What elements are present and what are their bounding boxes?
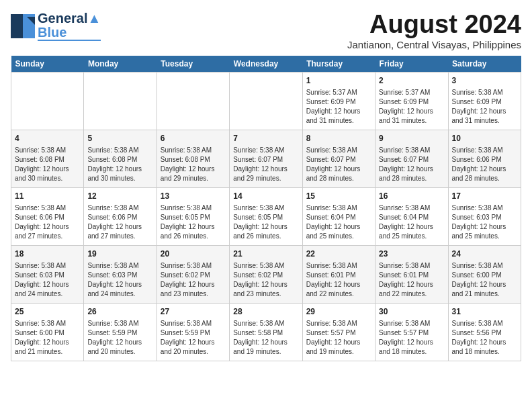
calendar-week-1: 1Sunrise: 5:37 AMSunset: 6:09 PMDaylight… xyxy=(11,72,521,130)
day-info-line: Sunset: 6:01 PM xyxy=(379,271,444,280)
calendar-cell xyxy=(11,72,84,130)
day-info-line: Daylight: 12 hours xyxy=(452,222,517,232)
day-info-line: Sunrise: 5:38 AM xyxy=(161,319,226,328)
day-info-line: Sunrise: 5:38 AM xyxy=(452,319,517,328)
day-number: 22 xyxy=(306,248,371,260)
day-info-line: and 20 minutes. xyxy=(87,347,152,357)
header-tuesday: Tuesday xyxy=(157,56,229,73)
day-number: 6 xyxy=(161,133,226,144)
calendar-cell: 30Sunrise: 5:38 AMSunset: 5:57 PMDayligh… xyxy=(375,303,448,361)
calendar-cell: 24Sunrise: 5:38 AMSunset: 6:00 PMDayligh… xyxy=(448,245,521,303)
logo-underline xyxy=(38,40,101,41)
day-info-line: Sunrise: 5:38 AM xyxy=(87,146,152,155)
day-number: 13 xyxy=(161,191,226,202)
day-info-line: Sunset: 5:57 PM xyxy=(379,328,444,338)
day-info-line: Daylight: 12 hours xyxy=(452,280,517,289)
day-info-line: Sunset: 6:06 PM xyxy=(87,213,152,222)
day-number: 3 xyxy=(452,75,517,87)
day-info-line: Daylight: 12 hours xyxy=(161,165,226,174)
day-info-line: Daylight: 12 hours xyxy=(161,280,226,289)
day-number: 10 xyxy=(452,133,517,144)
svg-rect-0 xyxy=(11,14,23,38)
day-info-line: and 27 minutes. xyxy=(15,232,80,241)
day-info-line: and 30 minutes. xyxy=(87,174,152,183)
day-info-line: Daylight: 12 hours xyxy=(233,165,298,174)
title-block: August 2024 Jantianon, Central Visayas, … xyxy=(347,11,521,50)
day-info-line: Sunrise: 5:38 AM xyxy=(161,261,226,271)
day-info-line: Sunset: 6:07 PM xyxy=(233,155,298,165)
day-number: 2 xyxy=(379,75,444,87)
day-info-line: and 18 minutes. xyxy=(379,347,444,357)
day-info-line: Daylight: 12 hours xyxy=(379,222,444,232)
day-info-line: Daylight: 12 hours xyxy=(15,338,80,347)
day-number: 7 xyxy=(233,133,298,144)
day-info-line: Daylight: 12 hours xyxy=(306,165,371,174)
calendar-cell: 2Sunrise: 5:37 AMSunset: 6:09 PMDaylight… xyxy=(375,72,448,130)
day-info-line: Sunset: 6:00 PM xyxy=(452,271,517,280)
calendar-cell: 16Sunrise: 5:38 AMSunset: 6:04 PMDayligh… xyxy=(375,187,448,245)
calendar-cell xyxy=(157,72,229,130)
day-info-line: and 23 minutes. xyxy=(233,289,298,299)
calendar-cell: 14Sunrise: 5:38 AMSunset: 6:05 PMDayligh… xyxy=(230,187,302,245)
day-info-line: Sunset: 5:59 PM xyxy=(161,328,226,338)
day-info-line: Sunrise: 5:38 AM xyxy=(306,261,371,271)
calendar-cell: 17Sunrise: 5:38 AMSunset: 6:03 PMDayligh… xyxy=(448,187,521,245)
calendar-week-5: 25Sunrise: 5:38 AMSunset: 6:00 PMDayligh… xyxy=(11,303,521,361)
header-thursday: Thursday xyxy=(302,56,375,73)
day-info-line: Sunrise: 5:38 AM xyxy=(452,146,517,155)
calendar-header-row: Sunday Monday Tuesday Wednesday Thursday… xyxy=(11,56,521,73)
day-info-line: Sunset: 6:05 PM xyxy=(233,213,298,222)
day-info-line: and 29 minutes. xyxy=(233,174,298,183)
day-info-line: Sunrise: 5:38 AM xyxy=(161,203,226,213)
day-info-line: Daylight: 12 hours xyxy=(87,222,152,232)
day-info-line: and 26 minutes. xyxy=(161,232,226,241)
day-info-line: Sunrise: 5:38 AM xyxy=(87,319,152,328)
day-info-line: and 19 minutes. xyxy=(233,347,298,357)
calendar-week-3: 11Sunrise: 5:38 AMSunset: 6:06 PMDayligh… xyxy=(11,187,521,245)
day-number: 18 xyxy=(15,248,80,260)
day-info-line: and 24 minutes. xyxy=(87,289,152,299)
day-info-line: Sunset: 6:02 PM xyxy=(161,271,226,280)
day-info-line: Daylight: 12 hours xyxy=(87,338,152,347)
day-info-line: Daylight: 12 hours xyxy=(452,165,517,174)
day-number: 8 xyxy=(306,133,371,144)
day-info-line: Daylight: 12 hours xyxy=(452,107,517,116)
day-info-line: and 24 minutes. xyxy=(15,289,80,299)
day-info-line: Sunset: 6:08 PM xyxy=(87,155,152,165)
day-number: 25 xyxy=(15,306,80,318)
day-info-line: Sunset: 6:06 PM xyxy=(452,155,517,165)
day-info-line: and 28 minutes. xyxy=(306,174,371,183)
day-info-line: Sunset: 6:09 PM xyxy=(379,97,444,107)
day-info-line: Daylight: 12 hours xyxy=(379,165,444,174)
day-info-line: Daylight: 12 hours xyxy=(379,107,444,116)
day-info-line: Sunrise: 5:38 AM xyxy=(452,261,517,271)
calendar-week-4: 18Sunrise: 5:38 AMSunset: 6:03 PMDayligh… xyxy=(11,245,521,303)
day-info-line: Sunset: 6:09 PM xyxy=(452,97,517,107)
day-number: 4 xyxy=(15,133,80,144)
day-info-line: Daylight: 12 hours xyxy=(15,165,80,174)
day-info-line: Daylight: 12 hours xyxy=(452,338,517,347)
day-number: 9 xyxy=(379,133,444,144)
month-year-title: August 2024 xyxy=(347,11,521,39)
day-number: 24 xyxy=(452,248,517,260)
calendar-cell: 23Sunrise: 5:38 AMSunset: 6:01 PMDayligh… xyxy=(375,245,448,303)
logo-subtext: Blue xyxy=(38,26,101,39)
day-info-line: Daylight: 12 hours xyxy=(233,222,298,232)
day-number: 19 xyxy=(87,248,152,260)
header-wednesday: Wednesday xyxy=(230,56,302,73)
day-info-line: Sunset: 6:03 PM xyxy=(87,271,152,280)
day-number: 16 xyxy=(379,191,444,202)
calendar-cell: 3Sunrise: 5:38 AMSunset: 6:09 PMDaylight… xyxy=(448,72,521,130)
day-info-line: Sunset: 6:07 PM xyxy=(306,155,371,165)
day-info-line: and 20 minutes. xyxy=(161,347,226,357)
calendar-cell xyxy=(230,72,302,130)
day-info-line: and 25 minutes. xyxy=(379,232,444,241)
day-number: 5 xyxy=(87,133,152,144)
day-info-line: and 25 minutes. xyxy=(452,232,517,241)
calendar-cell: 4Sunrise: 5:38 AMSunset: 6:08 PMDaylight… xyxy=(11,130,84,187)
calendar-cell: 5Sunrise: 5:38 AMSunset: 6:08 PMDaylight… xyxy=(84,130,157,187)
calendar-cell: 1Sunrise: 5:37 AMSunset: 6:09 PMDaylight… xyxy=(302,72,375,130)
day-info-line: and 22 minutes. xyxy=(306,289,371,299)
day-number: 12 xyxy=(87,191,152,202)
day-info-line: Sunrise: 5:38 AM xyxy=(379,203,444,213)
